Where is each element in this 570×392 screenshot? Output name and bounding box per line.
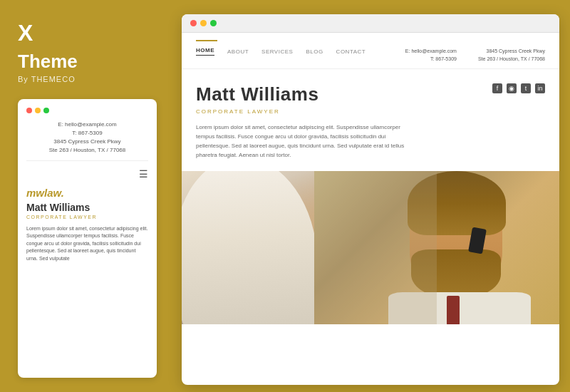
header-logo-line <box>196 40 217 41</box>
mobile-brand: mwlaw. <box>26 187 148 199</box>
logo-x-icon: X <box>18 21 33 44</box>
mobile-person-name: Matt Williams <box>26 202 148 213</box>
browser-dot-green[interactable] <box>210 20 217 26</box>
mobile-divider <box>26 160 148 161</box>
website-header: HOME ABOUT SERVICES BLOG CONTACT E: hell… <box>182 33 559 69</box>
twitter-icon[interactable]: t <box>521 83 531 93</box>
browser-chrome <box>182 14 559 33</box>
nav-home[interactable]: HOME <box>196 47 214 56</box>
social-icons: f ◉ t in <box>492 83 545 93</box>
browser-dot-yellow[interactable] <box>200 20 207 26</box>
dot-green <box>43 108 49 113</box>
right-figure <box>314 171 560 324</box>
dot-red <box>26 108 32 113</box>
header-nav: HOME ABOUT SERVICES BLOG CONTACT <box>196 47 366 60</box>
mobile-preview-card: E: hello@example.com T: 867-5309 3845 Cy… <box>18 99 157 378</box>
hero-name: Matt Williams <box>196 83 410 105</box>
header-address: 3845 Cypress Creek Pkwy Ste 263 / Housto… <box>478 47 545 63</box>
hamburger-icon[interactable]: ☰ <box>139 168 148 180</box>
mobile-email: E: hello@example.com <box>26 120 148 129</box>
header-address-line1: 3845 Cypress Creek Pkwy <box>478 47 545 55</box>
man-tie <box>447 296 460 324</box>
header-phone: T: 867-5309 <box>405 55 457 63</box>
theme-title: Theme <box>18 51 157 72</box>
linkedin-icon[interactable]: in <box>535 83 545 93</box>
theme-by: By THEMECO <box>18 75 157 83</box>
hero-section: Matt Williams CORPORATE LAWYER Lorem ips… <box>182 69 559 170</box>
browser-dot-red[interactable] <box>190 20 197 26</box>
mobile-contact: E: hello@example.com T: 867-5309 3845 Cy… <box>26 120 148 155</box>
header-address-line2: Ste 263 / Houston, TX / 77068 <box>478 55 545 63</box>
nav-about[interactable]: ABOUT <box>227 48 249 55</box>
nav-blog[interactable]: BLOG <box>306 48 323 55</box>
mobile-nav-bar: ☰ <box>26 168 148 180</box>
header-top: HOME ABOUT SERVICES BLOG CONTACT E: hell… <box>196 47 545 63</box>
facebook-icon[interactable]: f <box>492 83 502 93</box>
nav-contact[interactable]: CONTACT <box>336 48 366 55</box>
hero-role: CORPORATE LAWYER <box>196 108 410 115</box>
building-bg <box>314 171 437 324</box>
instagram-icon[interactable]: ◉ <box>507 83 517 93</box>
header-contact: E: hello@example.com T: 867-5309 <box>405 47 457 63</box>
hero-left: Matt Williams CORPORATE LAWYER Lorem ips… <box>196 83 410 160</box>
header-info: E: hello@example.com T: 867-5309 3845 Cy… <box>405 47 545 63</box>
website-content: HOME ABOUT SERVICES BLOG CONTACT E: hell… <box>182 33 559 382</box>
header-email: E: hello@example.com <box>405 47 457 55</box>
mobile-person-role: CORPORATE LAWYER <box>26 215 148 220</box>
mobile-phone: T: 867-5309 <box>26 129 148 138</box>
sidebar: X Theme By THEMECO E: hello@example.com … <box>0 0 175 392</box>
left-figure <box>182 171 333 324</box>
mobile-browser-dots <box>26 108 148 113</box>
mobile-address1: 3845 Cypress Creek Pkwy <box>26 138 148 146</box>
left-silhouette <box>182 171 326 324</box>
desktop-preview: HOME ABOUT SERVICES BLOG CONTACT E: hell… <box>182 14 559 385</box>
sidebar-logo-area: X <box>18 21 157 44</box>
mobile-body-text: Lorem ipsum dolor sit amet, consectetur … <box>26 225 148 263</box>
mobile-address2: Ste 263 / Houston, TX / 77068 <box>26 146 148 155</box>
nav-services[interactable]: SERVICES <box>261 48 293 55</box>
dot-yellow <box>35 108 41 113</box>
photo-section <box>182 171 559 324</box>
hero-body-text: Lorem ipsum dolor sit amet, consectetur … <box>196 123 410 160</box>
